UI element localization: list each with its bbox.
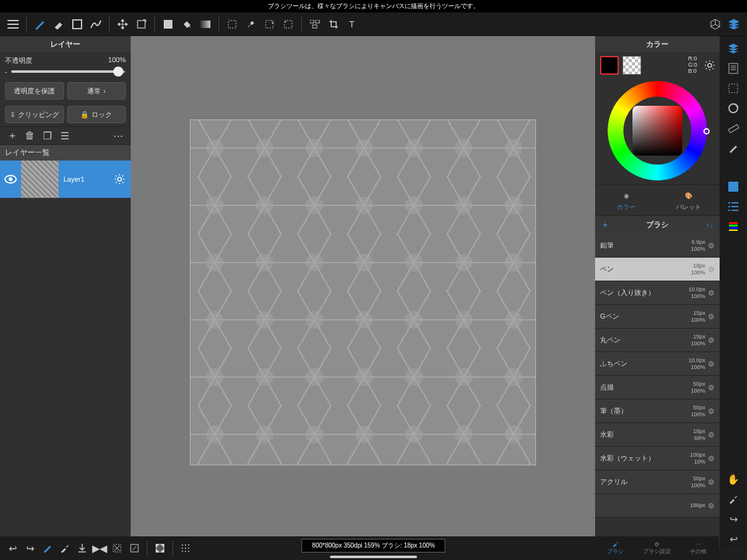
rail-navigator-icon[interactable] [724, 98, 743, 118]
redo-icon[interactable]: ↪ [21, 539, 39, 558]
rail-layers-icon[interactable] [724, 39, 743, 58]
brush-item-gear-icon[interactable]: ⚙ [708, 478, 715, 487]
color-wheel[interactable] [608, 81, 707, 180]
gradient-tool-icon[interactable] [196, 15, 215, 34]
brush-item-gear-icon[interactable]: ⚙ [708, 289, 715, 297]
brush-item[interactable]: 点描50px100%⚙ [595, 376, 720, 399]
shape-tool-icon[interactable] [68, 15, 87, 34]
opacity-label: 不透明度 [5, 56, 32, 65]
rail-hand-icon[interactable]: ✋ [724, 469, 743, 489]
rail-color-icon[interactable] [724, 177, 743, 197]
fill-tool-icon[interactable] [159, 15, 177, 34]
align-icon[interactable] [306, 15, 324, 34]
brush-item-gear-icon[interactable]: ⚙ [708, 383, 715, 392]
brush-item[interactable]: ペン（入り抜き）10.0px100%⚙ [595, 281, 720, 305]
layers-icon[interactable] [725, 15, 743, 34]
rail-undo-icon[interactable]: ↩ [724, 529, 743, 549]
foreground-swatch[interactable] [600, 56, 619, 75]
brush-tool-icon[interactable] [31, 15, 49, 34]
brush-item[interactable]: 丸ペン15px100%⚙ [595, 329, 720, 352]
brush-add-icon[interactable]: ＋ [601, 220, 609, 230]
tab-palette[interactable]: 🎨パレット [657, 185, 720, 215]
layer-list-icon[interactable]: ☰ [59, 129, 71, 142]
right-rail: ✋ ↪ ↩ [720, 36, 747, 549]
tab-brush-settings[interactable]: ⚙ブラシ設定 [636, 536, 678, 560]
brush-item[interactable]: ペン18px100%⚙ [595, 258, 720, 281]
color-settings-icon[interactable] [705, 60, 715, 70]
select-rect-icon[interactable] [223, 15, 242, 34]
brush-list: 鉛筆6.9px100%⚙ペン18px100%⚙ペン（入り抜き）10.0px100… [595, 234, 720, 549]
layer-more-icon[interactable]: ⋯ [112, 129, 125, 142]
opacity-slider[interactable] [11, 70, 118, 73]
clipping-button[interactable]: ⇩クリッピング [5, 106, 64, 123]
brush-item-gear-icon[interactable]: ⚙ [708, 502, 715, 510]
layer-settings-icon[interactable] [108, 174, 131, 185]
move-tool-icon[interactable] [113, 15, 132, 34]
3d-icon[interactable] [706, 15, 725, 34]
transform-tool-icon[interactable] [132, 15, 151, 34]
eraser-tool-icon[interactable] [49, 15, 68, 34]
brush-name: 鉛筆 [600, 241, 691, 250]
wand-tool-icon[interactable] [242, 15, 260, 34]
rail-list-icon[interactable] [724, 197, 743, 217]
brush-item-gear-icon[interactable]: ⚙ [708, 241, 715, 250]
download-icon[interactable] [73, 539, 91, 558]
brush-quick-icon[interactable] [39, 539, 56, 558]
brush-item[interactable]: アクリル50px100%⚙ [595, 470, 720, 494]
background-swatch[interactable] [622, 56, 641, 75]
brush-item-gear-icon[interactable]: ⚙ [708, 431, 715, 439]
brush-item-gear-icon[interactable]: ⚙ [708, 360, 715, 368]
menu-icon[interactable] [4, 15, 22, 34]
brush-sort-icon[interactable]: ↑↓ [706, 221, 713, 230]
path-tool-icon[interactable] [87, 15, 105, 34]
brush-item-gear-icon[interactable]: ⚙ [708, 407, 715, 416]
canvas[interactable] [190, 119, 536, 465]
svg-rect-24 [729, 227, 738, 229]
rail-selection-icon[interactable] [724, 78, 743, 98]
brush-item[interactable]: 鉛筆6.9px100%⚙ [595, 234, 720, 258]
rail-ruler-icon[interactable] [724, 118, 743, 138]
rail-redo-icon[interactable]: ↪ [724, 509, 743, 529]
eyedropper-icon[interactable] [56, 539, 73, 558]
bucket-tool-icon[interactable] [177, 15, 196, 34]
rail-eyedropper-icon[interactable] [724, 489, 743, 509]
crop-icon[interactable] [324, 15, 343, 34]
grid-icon[interactable] [177, 539, 194, 558]
brush-item-gear-icon[interactable]: ⚙ [708, 265, 715, 274]
flip-icon[interactable]: ▶◀ [91, 539, 108, 558]
brush-item-gear-icon[interactable]: ⚙ [708, 336, 715, 345]
material-icon[interactable] [151, 539, 169, 558]
lasso-icon[interactable] [279, 15, 298, 34]
lock-button[interactable]: 🔒ロック [67, 106, 126, 123]
brush-item[interactable]: 水彩18px69%⚙ [595, 423, 720, 447]
brush-item[interactable]: 186px⚙ [595, 494, 720, 518]
brush-item-gear-icon[interactable]: ⚙ [708, 454, 715, 463]
undo-icon[interactable]: ↩ [4, 539, 21, 558]
brush-item[interactable]: 筆（墨）50px100%⚙ [595, 399, 720, 423]
brush-item-gear-icon[interactable]: ⚙ [708, 312, 715, 321]
select-modify-icon[interactable] [260, 15, 279, 34]
visibility-icon[interactable] [0, 175, 21, 184]
deselect-icon[interactable] [108, 539, 126, 558]
duplicate-layer-icon[interactable]: ❐ [41, 129, 54, 142]
tab-other[interactable]: ⋯その他 [677, 536, 719, 560]
add-layer-icon[interactable]: ＋ [6, 129, 19, 142]
protect-alpha-button[interactable]: 透明度を保護 [5, 82, 64, 100]
canvas-area[interactable] [131, 36, 595, 549]
opacity-minus[interactable]: - [5, 68, 7, 75]
layer-row[interactable]: Layer1 [0, 161, 131, 198]
tab-brush[interactable]: 🖌ブラシ [594, 536, 636, 560]
text-tool-icon[interactable]: T [343, 15, 362, 34]
bottom-toolbar: ↩ ↪ ▶◀ [0, 536, 594, 560]
brush-item[interactable]: Gペン15px100%⚙ [595, 305, 720, 329]
blend-mode-button[interactable]: 通常› [67, 82, 126, 100]
brush-item[interactable]: ふちペン10.0px100%⚙ [595, 352, 720, 376]
rail-swatches-icon[interactable] [724, 217, 743, 236]
rail-brush-icon[interactable] [724, 138, 743, 158]
edit-icon[interactable] [126, 539, 143, 558]
rail-document-icon[interactable] [724, 58, 743, 78]
svg-point-35 [182, 551, 183, 552]
tab-color[interactable]: ◉カラー [595, 185, 657, 215]
brush-item[interactable]: 水彩（ウェット）100px10%⚙ [595, 447, 720, 470]
delete-layer-icon[interactable]: 🗑 [24, 129, 36, 142]
